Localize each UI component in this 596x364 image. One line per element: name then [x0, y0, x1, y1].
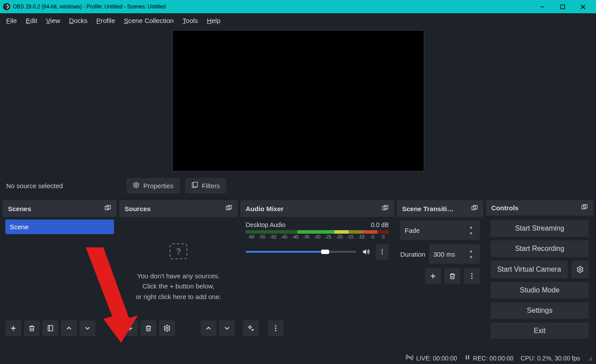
start-virtual-camera-button[interactable]: Start Virtual Camera	[490, 261, 568, 278]
duration-input[interactable]: 300 ms ▴▾	[429, 244, 480, 264]
scenes-dock: Scenes Scene	[3, 200, 117, 339]
menu-docks[interactable]: Docks	[69, 17, 87, 24]
sources-list[interactable]: ? You don't have any sources. Click the …	[119, 217, 238, 318]
svg-point-24	[252, 329, 253, 330]
resize-grip[interactable]	[587, 356, 592, 361]
add-source-button[interactable]	[122, 320, 138, 336]
controls-dock: Controls Start Streaming Start Recording…	[486, 200, 593, 339]
program-preview[interactable]	[172, 30, 424, 171]
transitions-header: Scene Transiti…	[397, 200, 483, 217]
sources-empty-line1: You don't have any sources.	[127, 271, 230, 281]
close-button[interactable]	[573, 0, 593, 13]
svg-point-17	[166, 327, 168, 330]
audio-track: Desktop Audio 0.0 dB -60-55-50-45-40-35-…	[242, 219, 392, 262]
virtual-camera-settings-button[interactable]	[571, 261, 589, 278]
svg-rect-41	[468, 355, 469, 359]
start-recording-button[interactable]: Start Recording	[490, 240, 589, 257]
scene-item[interactable]: Scene	[5, 220, 114, 234]
duration-value: 300 ms	[433, 250, 455, 258]
controls-title: Controls	[491, 204, 519, 212]
transition-select[interactable]: Fade ▴▾	[400, 220, 480, 240]
titlebar: OBS 29.0.2 (64-bit, windows) - Profile: …	[0, 0, 596, 13]
speaker-icon[interactable]	[360, 246, 372, 258]
remove-scene-button[interactable]	[24, 320, 40, 336]
broadcast-off-icon	[406, 353, 414, 363]
chevron-up-icon: ▴	[467, 248, 475, 254]
source-properties-button[interactable]	[159, 320, 175, 336]
sources-footer	[119, 318, 238, 339]
sources-empty-state: ? You don't have any sources. Click the …	[121, 243, 236, 302]
cpu-text: CPU: 0.2%, 30.00 fps	[520, 355, 580, 362]
question-icon: ?	[170, 243, 187, 259]
transition-select-spinner[interactable]: ▴▾	[467, 224, 475, 236]
menu-edit[interactable]: Edit	[26, 17, 37, 24]
popout-icon[interactable]	[581, 204, 588, 212]
svg-rect-1	[561, 5, 565, 9]
properties-button[interactable]: Properties	[126, 178, 179, 193]
scene-up-button[interactable]	[61, 320, 77, 336]
no-source-label: No source selected	[6, 182, 63, 190]
window-buttons	[532, 0, 593, 13]
svg-point-21	[382, 251, 383, 253]
remove-transition-button[interactable]	[444, 268, 460, 284]
exit-button[interactable]: Exit	[490, 322, 589, 339]
popout-icon[interactable]	[382, 205, 389, 213]
menu-profile[interactable]: Profile	[96, 17, 115, 24]
scenes-title: Scenes	[8, 205, 31, 212]
studio-mode-button[interactable]: Studio Mode	[490, 282, 589, 299]
remove-source-button[interactable]	[140, 320, 156, 336]
duration-label: Duration	[400, 250, 425, 258]
settings-button[interactable]: Settings	[490, 302, 589, 319]
transitions-dock: Scene Transiti… Fade ▴▾ Duration 300 ms …	[397, 200, 483, 339]
statusbar: LIVE: 00:00:00 REC: 00:00:00 CPU: 0.2%, …	[0, 352, 596, 364]
sources-title: Sources	[125, 205, 151, 212]
scene-down-button[interactable]	[80, 320, 95, 336]
transitions-body: Fade ▴▾ Duration 300 ms ▴▾	[397, 217, 483, 288]
chevron-up-icon: ▴	[467, 224, 475, 230]
popout-icon[interactable]	[225, 205, 232, 213]
transition-menu-button[interactable]	[464, 268, 480, 284]
audio-body: Desktop Audio 0.0 dB -60-55-50-45-40-35-…	[240, 217, 394, 318]
source-down-button[interactable]	[219, 320, 235, 336]
start-streaming-button[interactable]: Start Streaming	[490, 220, 589, 237]
svg-rect-40	[465, 355, 467, 359]
menu-scene-collection[interactable]: Scene Collection	[124, 17, 174, 24]
svg-point-25	[275, 325, 277, 326]
audio-menu-button[interactable]	[268, 320, 284, 336]
menu-tools[interactable]: Tools	[182, 17, 198, 24]
audio-ticks: -60-55-50-45-40-35-30-25-20-15-10-50	[246, 235, 389, 239]
transitions-title: Scene Transiti…	[402, 205, 454, 212]
popout-icon[interactable]	[471, 205, 478, 213]
audio-advanced-button[interactable]	[243, 320, 259, 336]
sources-empty-line2: Click the + button below,	[127, 281, 230, 291]
audio-track-menu-button[interactable]	[376, 244, 389, 260]
menu-file[interactable]: File	[6, 17, 17, 24]
scenes-list[interactable]: Scene	[3, 217, 117, 318]
svg-rect-6	[193, 182, 197, 187]
add-transition-button[interactable]	[425, 268, 441, 284]
source-toolbar: No source selected Properties Filters	[0, 174, 596, 198]
source-up-button[interactable]	[201, 320, 216, 336]
audio-title: Audio Mixer	[246, 205, 284, 212]
maximize-button[interactable]	[552, 0, 573, 13]
menu-help[interactable]: Help	[207, 17, 220, 24]
transition-selected: Fade	[405, 227, 420, 234]
svg-point-22	[382, 253, 383, 254]
audio-meter	[246, 230, 389, 234]
svg-point-4	[135, 184, 137, 186]
docks-row: Scenes Scene Sources ? You don't h	[0, 198, 596, 341]
filters-button[interactable]: Filters	[185, 178, 226, 193]
svg-point-23	[249, 326, 251, 329]
live-time: LIVE: 00:00:00	[416, 355, 457, 362]
duration-spinner[interactable]: ▴▾	[467, 248, 475, 260]
menu-view[interactable]: View	[46, 17, 60, 24]
svg-point-34	[471, 278, 473, 279]
scene-filter-button[interactable]	[42, 320, 58, 336]
menubar: File Edit View Docks Profile Scene Colle…	[0, 13, 596, 28]
add-scene-button[interactable]	[5, 320, 21, 336]
minimize-button[interactable]	[532, 0, 552, 13]
popout-icon[interactable]	[104, 205, 111, 213]
controls-body: Start Streaming Start Recording Start Vi…	[486, 216, 593, 339]
volume-slider[interactable]	[246, 251, 356, 253]
audio-header: Audio Mixer	[240, 200, 394, 217]
